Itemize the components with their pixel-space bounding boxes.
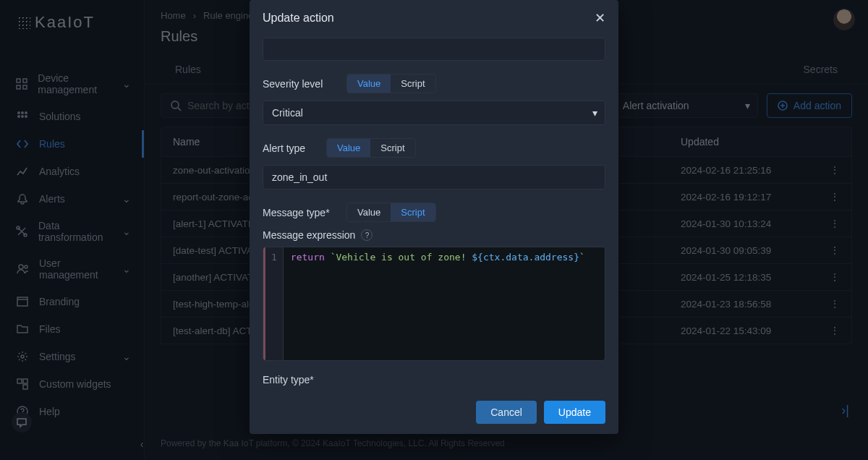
- caret-down-icon: ▾: [592, 107, 597, 119]
- severity-value: Critical: [272, 107, 303, 119]
- modal-footer: Cancel Update: [250, 391, 618, 434]
- severity-select[interactable]: Critical ▾: [263, 101, 605, 125]
- alert-type-value-toggle[interactable]: Value: [327, 139, 370, 157]
- modal-backdrop: Update action ✕ Severity level Value Scr…: [0, 0, 868, 460]
- severity-script-toggle[interactable]: Script: [391, 74, 435, 93]
- message-type-script-toggle[interactable]: Script: [391, 203, 435, 221]
- code-gutter: 1: [263, 247, 284, 360]
- modal-title: Update action: [263, 12, 334, 25]
- message-type-toggle: Value Script: [346, 203, 436, 222]
- modal-body: Severity level Value Script Critical ▾ A…: [250, 33, 618, 391]
- close-icon[interactable]: ✕: [595, 10, 605, 26]
- code-editor[interactable]: 1 return `Vehicle is out of zone! ${ctx.…: [263, 247, 605, 361]
- modal-header: Update action ✕: [250, 0, 618, 33]
- severity-toggle: Value Script: [346, 74, 436, 93]
- entity-type-label: Entity type*: [263, 374, 314, 386]
- help-tooltip-icon[interactable]: ?: [361, 229, 373, 241]
- alert-type-script-toggle[interactable]: Script: [370, 139, 414, 157]
- message-type-label: Message type*: [263, 207, 335, 218]
- alert-type-value: zone_in_out: [272, 171, 327, 183]
- alert-type-toggle: Value Script: [326, 138, 416, 158]
- update-action-modal: Update action ✕ Severity level Value Scr…: [250, 0, 618, 434]
- alert-type-label: Alert type: [263, 142, 315, 154]
- severity-value-toggle[interactable]: Value: [347, 74, 391, 93]
- cancel-button[interactable]: Cancel: [476, 401, 537, 424]
- alert-type-input[interactable]: zone_in_out: [263, 165, 605, 189]
- message-type-value-toggle[interactable]: Value: [347, 203, 391, 221]
- severity-level-label: Severity level: [263, 78, 335, 90]
- message-expression-label: Message expression: [263, 229, 355, 241]
- update-button[interactable]: Update: [544, 401, 605, 424]
- code-content: return `Vehicle is out of zone! ${ctx.da…: [284, 247, 592, 360]
- previous-field-placeholder[interactable]: [263, 38, 605, 61]
